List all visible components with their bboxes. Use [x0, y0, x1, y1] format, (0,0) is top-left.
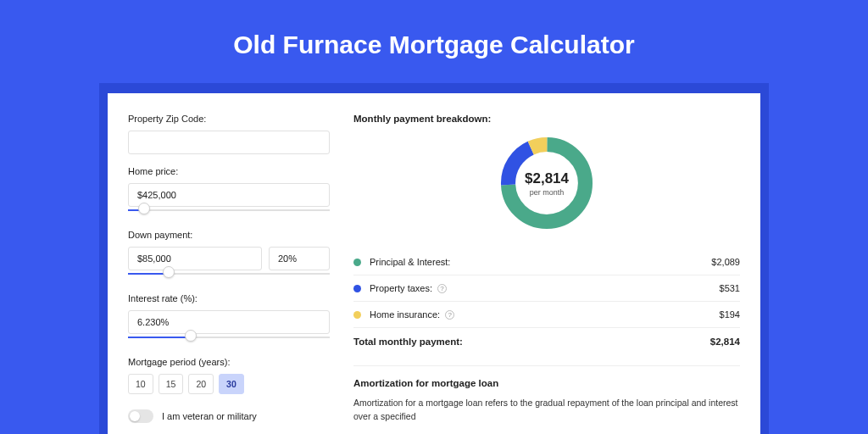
legend-label-tax: Property taxes: ? — [370, 283, 720, 293]
price-slider-thumb[interactable] — [138, 203, 150, 214]
period-field: Mortgage period (years): 10 15 20 30 — [128, 357, 330, 394]
price-field: Home price: — [128, 166, 330, 218]
tax-label-text: Property taxes: — [370, 283, 432, 293]
legend-val-ins: $194 — [720, 309, 740, 320]
donut-center: $2,814 per month — [496, 132, 598, 234]
form-panel: Property Zip Code: Home price: Down paym… — [128, 114, 330, 434]
legend-row-tax: Property taxes: ? $531 — [353, 275, 740, 302]
rate-slider-fill — [128, 337, 191, 338]
dp-field: Down payment: — [128, 230, 330, 281]
inner-strip: Property Zip Code: Home price: Down paym… — [99, 83, 769, 434]
legend-dot-tax — [353, 285, 361, 292]
dp-pct-input[interactable] — [269, 247, 330, 270]
rate-label: Interest rate (%): — [128, 293, 330, 303]
period-label: Mortgage period (years): — [128, 357, 330, 367]
dp-input[interactable] — [128, 247, 262, 270]
veteran-row: I am veteran or military — [128, 409, 330, 423]
zip-field: Property Zip Code: — [128, 114, 330, 154]
legend-dot-ins — [353, 311, 361, 319]
amort-text: Amortization for a mortgage loan refers … — [353, 397, 740, 424]
rate-field: Interest rate (%): — [128, 293, 330, 345]
info-icon[interactable]: ? — [437, 284, 447, 293]
total-value: $2,814 — [710, 337, 740, 347]
rate-slider-thumb[interactable] — [185, 330, 197, 342]
rate-slider[interactable] — [128, 333, 330, 345]
zip-label: Property Zip Code: — [128, 114, 330, 124]
price-label: Home price: — [128, 166, 330, 176]
calculator-card: Property Zip Code: Home price: Down paym… — [108, 93, 760, 434]
legend-val-tax: $531 — [720, 283, 740, 293]
legend-label-ins: Home insurance: ? — [370, 309, 720, 320]
amort-title: Amortization for mortgage loan — [353, 378, 740, 388]
veteran-toggle[interactable] — [128, 409, 153, 423]
legend-row-pi: Principal & Interest: $2,089 — [353, 249, 740, 275]
rate-input[interactable] — [128, 310, 330, 334]
period-btn-30[interactable]: 30 — [219, 374, 244, 394]
breakdown-title: Monthly payment breakdown: — [353, 114, 740, 124]
dp-label: Down payment: — [128, 230, 330, 240]
amortization-section: Amortization for mortgage loan Amortizat… — [353, 365, 740, 424]
donut-wrap: $2,814 per month — [353, 132, 740, 234]
donut-sub: per month — [530, 188, 565, 197]
dp-slider-thumb[interactable] — [163, 266, 175, 278]
legend-row-ins: Home insurance: ? $194 — [353, 302, 740, 328]
zip-input[interactable] — [128, 131, 330, 154]
total-label: Total monthly payment: — [353, 337, 463, 347]
page-title: Old Furnace Mortgage Calculator — [0, 0, 868, 83]
legend-dot-pi — [353, 259, 361, 266]
legend: Principal & Interest: $2,089 Property ta… — [353, 249, 740, 355]
donut-amount: $2,814 — [525, 170, 569, 187]
veteran-label: I am veteran or military — [162, 411, 257, 421]
dp-slider[interactable] — [128, 270, 330, 281]
legend-label-pi: Principal & Interest: — [370, 257, 711, 267]
price-slider[interactable] — [128, 206, 330, 218]
price-input[interactable] — [128, 183, 330, 207]
period-btn-20[interactable]: 20 — [188, 374, 214, 394]
period-row: 10 15 20 30 — [128, 374, 330, 394]
donut-chart: $2,814 per month — [496, 132, 598, 234]
period-btn-15[interactable]: 15 — [159, 374, 184, 394]
period-btn-10[interactable]: 10 — [128, 374, 153, 394]
info-icon[interactable]: ? — [445, 310, 454, 320]
legend-row-total: Total monthly payment: $2,814 — [353, 328, 740, 355]
pi-label-text: Principal & Interest: — [370, 257, 450, 267]
legend-val-pi: $2,089 — [711, 257, 740, 267]
breakdown-panel: Monthly payment breakdown: $2,814 per mo… — [353, 114, 740, 434]
ins-label-text: Home insurance: — [370, 309, 440, 320]
